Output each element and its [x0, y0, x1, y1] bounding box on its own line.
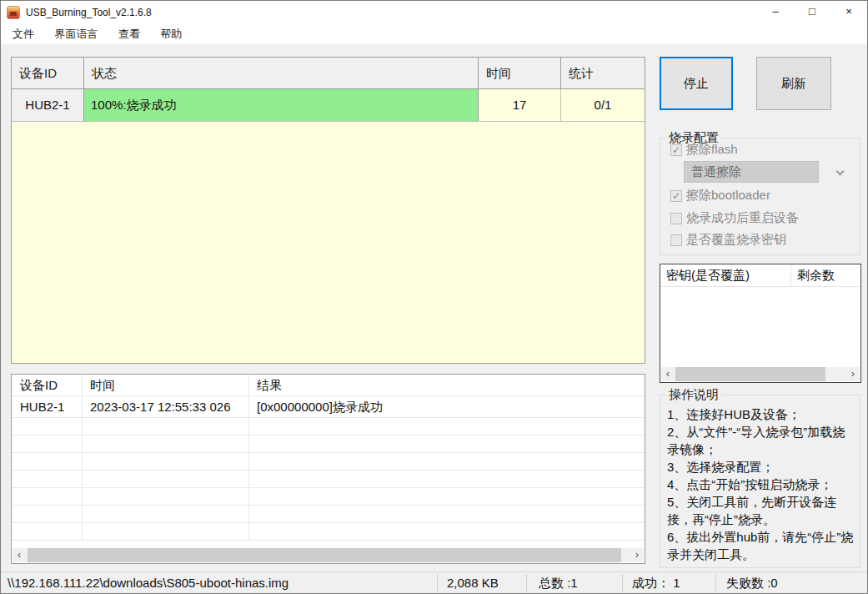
instruction-line: 4、点击“开始”按钮启动烧录； [667, 476, 857, 493]
menu-language[interactable]: 界面语言 [46, 24, 106, 43]
instruction-line: 3、选择烧录配置； [667, 458, 857, 476]
key-table: 密钥(是否覆盖) 剩余数 ‹ › [660, 264, 861, 383]
instruction-line: 5、关闭工具前，先断开设备连接，再“停止”烧录。 [667, 493, 857, 528]
menu-view[interactable]: 查看 [110, 24, 148, 43]
scrollbar-thumb[interactable] [28, 548, 621, 562]
checkbox-icon[interactable]: ✓ [670, 144, 682, 156]
instructions-group: 操作说明 1、连接好HUB及设备； 2、从“文件”-“导入烧录包”加载烧录镜像；… [660, 395, 860, 568]
checkbox-icon[interactable] [670, 234, 682, 246]
status-cell: 100%:烧录成功 [84, 89, 479, 121]
checkbox-label: 擦除bootloader [686, 188, 770, 204]
table-row [12, 523, 645, 541]
instruction-line: 1、连接好HUB及设备； [667, 405, 857, 423]
app-window: USB_Burning_Tool_v2.1.6.8 – □ × 文件 界面语言 … [0, 0, 868, 594]
log-table-header: 设备ID 时间 结果 [12, 375, 645, 396]
stop-button[interactable]: 停止 [660, 57, 733, 110]
instructions-text: 1、连接好HUB及设备； 2、从“文件”-“导入烧录包”加载烧录镜像； 3、选择… [667, 405, 857, 563]
table-row [12, 471, 645, 488]
col-device-id: 设备ID [12, 375, 82, 395]
device-table-header: 设备ID 状态 时间 统计 [12, 58, 645, 89]
scrollbar-thumb[interactable] [675, 367, 825, 381]
instructions-title: 操作说明 [665, 387, 722, 403]
refresh-button[interactable]: 刷新 [756, 57, 831, 110]
failed-count: 失败数 :0 [726, 572, 778, 594]
image-file-path: \\192.168.111.22\downloads\S805-uboot-hi… [8, 572, 288, 594]
table-row[interactable]: HUB2-1 100%:烧录成功 17 0/1 [12, 89, 645, 122]
divider [437, 574, 438, 592]
table-row [12, 488, 645, 506]
total-count: 总数 :1 [539, 572, 578, 594]
title-bar: USB_Burning_Tool_v2.1.6.8 – □ × [1, 1, 867, 24]
col-status: 状态 [84, 58, 479, 89]
menu-file[interactable]: 文件 [4, 24, 43, 43]
divider [526, 574, 527, 592]
instruction-line: 2、从“文件”-“导入烧录包”加载烧录镜像； [667, 423, 857, 458]
log-time: 2023-03-17 12:55:33 026 [82, 396, 248, 417]
scroll-left-icon[interactable]: ‹ [13, 548, 26, 562]
scroll-right-icon[interactable]: › [846, 367, 860, 381]
success-count: 成功： 1 [632, 572, 680, 594]
checkbox-reboot-after-success[interactable]: 烧录成功后重启设备 [670, 210, 799, 226]
table-row[interactable]: HUB2-1 2023-03-17 12:55:33 026 [0x000000… [12, 396, 645, 418]
menu-bar: 文件 界面语言 查看 帮助 [1, 24, 867, 44]
device-table: 设备ID 状态 时间 统计 HUB2-1 100%:烧录成功 17 0/1 [11, 57, 645, 364]
log-result: [0x00000000]烧录成功 [248, 396, 645, 417]
log-table-scrollbar[interactable]: ‹ › [13, 548, 644, 562]
col-device-id: 设备ID [12, 58, 84, 89]
scroll-right-icon[interactable]: › [630, 548, 644, 562]
stats-cell: 0/1 [561, 89, 645, 121]
column-divider [82, 375, 83, 541]
app-icon [7, 6, 20, 19]
checkbox-icon[interactable]: ✓ [670, 190, 682, 202]
chevron-down-icon [836, 168, 845, 176]
table-row [12, 418, 645, 435]
file-size: 2,088 KB [447, 572, 499, 594]
log-table: 设备ID 时间 结果 HUB2-1 2023-03-17 12:55:33 02… [11, 374, 645, 564]
scroll-left-icon[interactable]: ‹ [661, 367, 675, 381]
menu-help[interactable]: 帮助 [152, 24, 190, 43]
log-device-id: HUB2-1 [12, 396, 82, 417]
col-time: 时间 [479, 58, 561, 89]
col-remaining: 剩余数 [791, 264, 860, 286]
key-table-scrollbar[interactable]: ‹ › [661, 367, 860, 381]
checkbox-label: 烧录成功后重启设备 [686, 210, 799, 226]
minimize-button[interactable]: – [757, 1, 794, 24]
instruction-line: 6、拔出外置hub前，请先“停止”烧录并关闭工具。 [667, 528, 857, 563]
checkbox-label: 擦除flash [686, 142, 738, 158]
checkbox-overwrite-key[interactable]: 是否覆盖烧录密钥 [670, 232, 786, 248]
status-bar: \\192.168.111.22\downloads\S805-uboot-hi… [1, 571, 867, 594]
time-cell: 17 [479, 89, 561, 121]
window-title: USB_Burning_Tool_v2.1.6.8 [26, 7, 152, 18]
close-button[interactable]: × [830, 1, 867, 24]
erase-mode-dropdown[interactable]: 普通擦除 [684, 161, 819, 183]
table-row [12, 506, 645, 523]
checkbox-erase-bootloader[interactable]: ✓ 擦除bootloader [670, 188, 770, 204]
column-divider [248, 375, 249, 541]
maximize-button[interactable]: □ [794, 1, 830, 24]
col-result: 结果 [248, 375, 645, 395]
table-row [12, 435, 645, 453]
divider [622, 574, 623, 592]
checkbox-icon[interactable] [670, 213, 682, 224]
device-id-cell: HUB2-1 [12, 89, 84, 121]
checkbox-label: 是否覆盖烧录密钥 [686, 232, 786, 248]
burn-config-group: 烧录配置 ✓ 擦除flash 普通擦除 ✓ 擦除bootloader 烧录成功后… [660, 138, 860, 255]
col-key: 密钥(是否覆盖) [660, 264, 791, 286]
table-row [12, 453, 645, 471]
col-stats: 统计 [561, 58, 645, 89]
divider [715, 574, 716, 592]
key-table-header: 密钥(是否覆盖) 剩余数 [660, 264, 860, 287]
checkbox-erase-flash[interactable]: ✓ 擦除flash [670, 142, 738, 158]
col-time: 时间 [82, 375, 248, 395]
